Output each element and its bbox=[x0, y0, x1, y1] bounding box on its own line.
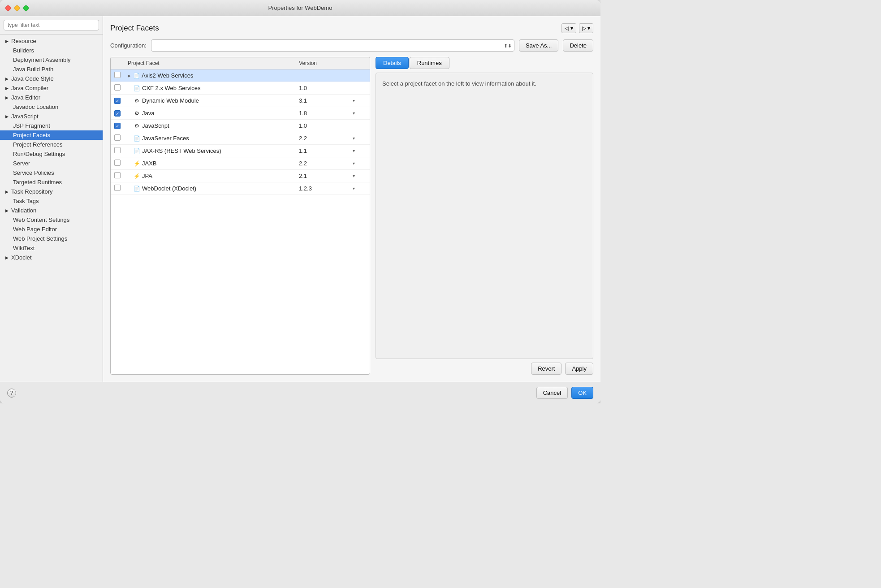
content-area: ▶ResourceBuildersDeployment AssemblyJava… bbox=[0, 16, 600, 382]
sidebar-item-project-references[interactable]: Project References bbox=[0, 140, 103, 149]
expand-arrow-icon: ▶ bbox=[5, 86, 9, 91]
row-checkbox-cell: ✓ bbox=[114, 122, 128, 130]
header-facet: Project Facet bbox=[128, 60, 299, 66]
row-dropdown-cell[interactable]: ▾ bbox=[353, 136, 366, 141]
help-button[interactable]: ? bbox=[7, 389, 16, 398]
cancel-button[interactable]: Cancel bbox=[536, 387, 568, 399]
expand-arrow-icon: ▶ bbox=[5, 114, 9, 119]
row-dropdown-cell[interactable]: ▾ bbox=[353, 161, 366, 166]
header-buttons: ◁ ▾ ▷ ▾ bbox=[561, 23, 593, 33]
minimize-button[interactable] bbox=[14, 5, 20, 11]
row-name-cell: 📄CXF 2.x Web Services bbox=[128, 85, 299, 92]
back-button[interactable]: ◁ ▾ bbox=[561, 23, 576, 33]
row-dropdown-cell[interactable]: ▾ bbox=[353, 186, 366, 191]
sidebar-item-web-project-settings[interactable]: Web Project Settings bbox=[0, 234, 103, 243]
ok-button[interactable]: OK bbox=[571, 387, 593, 399]
revert-button[interactable]: Revert bbox=[531, 363, 561, 375]
table-row: ⚡JPA2.1▾ bbox=[111, 170, 370, 182]
search-input[interactable] bbox=[4, 20, 99, 30]
sidebar-item-java-editor[interactable]: ▶Java Editor bbox=[0, 93, 103, 102]
jaxb-icon: ⚡ bbox=[133, 160, 140, 167]
sidebar-item-task-repository[interactable]: ▶Task Repository bbox=[0, 187, 103, 196]
row-checkbox-cell bbox=[114, 134, 128, 142]
maximize-button[interactable] bbox=[23, 5, 29, 11]
sidebar-item-xdoclet[interactable]: ▶XDoclet bbox=[0, 253, 103, 262]
row-name-cell: ⚙JavaScript bbox=[128, 122, 299, 130]
row-checkbox-cell: ✓ bbox=[114, 110, 128, 117]
jpa-icon: ⚡ bbox=[133, 173, 140, 180]
row-expand-icon[interactable]: ▶ bbox=[128, 74, 131, 78]
forward-button[interactable]: ▷ ▾ bbox=[579, 23, 593, 33]
checkbox-checked[interactable]: ✓ bbox=[114, 98, 121, 104]
sidebar-item-javadoc-location[interactable]: Javadoc Location bbox=[0, 102, 103, 112]
checkbox-unchecked[interactable] bbox=[114, 160, 121, 166]
sidebar-item-deployment-assembly[interactable]: Deployment Assembly bbox=[0, 55, 103, 65]
sidebar-item-run/debug-settings[interactable]: Run/Debug Settings bbox=[0, 149, 103, 159]
window-title: Properties for WebDemo bbox=[268, 4, 333, 11]
right-panel: Details Runtimes Select a project facet … bbox=[376, 57, 593, 375]
sidebar-item-targeted-runtimes[interactable]: Targeted Runtimes bbox=[0, 177, 103, 187]
row-facet-name: JavaServer Faces bbox=[142, 135, 189, 142]
close-button[interactable] bbox=[5, 5, 11, 11]
sidebar-item-builders[interactable]: Builders bbox=[0, 46, 103, 55]
sidebar-item-task-tags[interactable]: Task Tags bbox=[0, 196, 103, 206]
sidebar-item-label: Builders bbox=[13, 47, 34, 54]
row-dropdown-cell[interactable]: ▾ bbox=[353, 173, 366, 178]
checkbox-unchecked[interactable] bbox=[114, 185, 121, 191]
row-facet-name: Java bbox=[142, 110, 154, 117]
table-row: ✓⚙Java1.8▾ bbox=[111, 107, 370, 120]
apply-button[interactable]: Apply bbox=[565, 363, 593, 375]
sidebar-item-label: Validation bbox=[11, 207, 36, 214]
table-row: 📄WebDoclet (XDoclet)1.2.3▾ bbox=[111, 182, 370, 195]
row-name-cell: ⚡JAXB bbox=[128, 160, 299, 167]
tab-details[interactable]: Details bbox=[376, 57, 409, 69]
sidebar-item-label: Service Policies bbox=[13, 169, 54, 176]
checkbox-unchecked[interactable] bbox=[114, 84, 121, 91]
row-dropdown-cell[interactable]: ▾ bbox=[353, 111, 366, 116]
sidebar-item-service-policies[interactable]: Service Policies bbox=[0, 168, 103, 177]
checkbox-checked[interactable]: ✓ bbox=[114, 123, 121, 129]
row-version-cell: 3.1 bbox=[299, 97, 353, 104]
facets-table: Project Facet Version ▶📄Axis2 Web Servic… bbox=[110, 57, 370, 375]
tab-runtimes[interactable]: Runtimes bbox=[410, 57, 449, 69]
sidebar-item-resource[interactable]: ▶Resource bbox=[0, 36, 103, 46]
sidebar-item-wikitext[interactable]: WikiText bbox=[0, 243, 103, 253]
sidebar-item-web-page-editor[interactable]: Web Page Editor bbox=[0, 225, 103, 234]
delete-button[interactable]: Delete bbox=[563, 39, 593, 52]
config-label: Configuration: bbox=[110, 42, 147, 49]
config-select[interactable] bbox=[151, 39, 514, 52]
row-name-cell: ⚙Java bbox=[128, 110, 299, 117]
bottom-bar: ? Cancel OK bbox=[0, 382, 600, 403]
sidebar-item-web-content-settings[interactable]: Web Content Settings bbox=[0, 215, 103, 225]
checkbox-unchecked[interactable] bbox=[114, 147, 121, 153]
row-version-cell: 2.1 bbox=[299, 173, 353, 179]
row-dropdown-cell[interactable]: ▾ bbox=[353, 98, 366, 103]
sidebar-item-label: Task Tags bbox=[13, 198, 39, 204]
gear-icon: ⚙ bbox=[133, 97, 140, 104]
sidebar-item-java-compiler[interactable]: ▶Java Compiler bbox=[0, 83, 103, 93]
config-select-wrapper: ⬆⬇ bbox=[151, 39, 514, 52]
sidebar-item-jsp-fragment[interactable]: JSP Fragment bbox=[0, 121, 103, 130]
row-facet-name: Dynamic Web Module bbox=[142, 97, 199, 104]
checkbox-unchecked[interactable] bbox=[114, 172, 121, 178]
sidebar-item-validation[interactable]: ▶Validation bbox=[0, 206, 103, 215]
sidebar-item-project-facets[interactable]: Project Facets bbox=[0, 130, 103, 140]
sidebar-item-label: JSP Fragment bbox=[13, 122, 50, 129]
checkbox-unchecked[interactable] bbox=[114, 134, 121, 141]
checkbox-checked[interactable]: ✓ bbox=[114, 110, 121, 117]
sidebar-item-java-code-style[interactable]: ▶Java Code Style bbox=[0, 74, 103, 83]
sidebar-item-server[interactable]: Server bbox=[0, 159, 103, 168]
sidebar-item-java-build-path[interactable]: Java Build Path bbox=[0, 65, 103, 74]
save-as-button[interactable]: Save As... bbox=[519, 39, 559, 52]
revert-apply-row: Revert Apply bbox=[376, 363, 593, 375]
sidebar: ▶ResourceBuildersDeployment AssemblyJava… bbox=[0, 16, 103, 382]
row-name-cell: 📄JAX-RS (REST Web Services) bbox=[128, 147, 299, 155]
facets-area: Project Facet Version ▶📄Axis2 Web Servic… bbox=[110, 57, 593, 375]
sidebar-item-label: Web Page Editor bbox=[13, 226, 57, 233]
row-dropdown-cell[interactable]: ▾ bbox=[353, 148, 366, 153]
sidebar-item-label: Java Build Path bbox=[13, 66, 53, 73]
sidebar-item-javascript[interactable]: ▶JavaScript bbox=[0, 112, 103, 121]
table-row: ▶📄Axis2 Web Services bbox=[111, 69, 370, 82]
row-facet-name: WebDoclet (XDoclet) bbox=[142, 185, 196, 192]
checkbox-unchecked[interactable] bbox=[114, 72, 121, 78]
